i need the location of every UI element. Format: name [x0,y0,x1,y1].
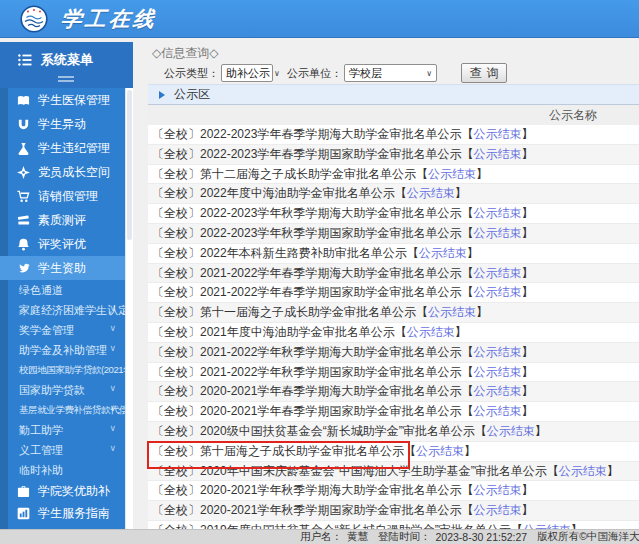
sidebar-item-awards[interactable]: 评奖评优 [0,232,126,256]
announcement-result-link[interactable]: 公示结束 [473,384,521,398]
announcement-title: 〔全校〕2021-2022学年春季学期海大助学金审批名单公示 [152,266,461,280]
announcement-result-link[interactable]: 公示结束 [473,206,521,220]
cart-icon [17,190,30,203]
announcement-result-link[interactable]: 公示结束 [473,345,521,359]
list-item[interactable]: 〔全校〕2021-2022学年秋季学期国家助学金审批名单公示【公示结束】 [148,363,639,383]
sidebar-item-leave-management[interactable]: 请销假管理 [0,184,126,208]
announcement-unit-select[interactable]: 学校层 ∨ [344,64,437,82]
announcement-title: 〔全校〕2022年度中海油助学金审批名单公示 [152,186,395,200]
sidebar-subitem-grassroots-loan-repay[interactable]: 基层就业学费补偿贷款代偿 ∨ [0,400,126,420]
announcement-result-link[interactable]: 公示结束 [473,147,521,161]
list-item[interactable]: 〔全校〕2020年中国宋庆龄基金会“中国海油大学生助学基金”审批名单公示【公示结… [148,462,639,482]
sidebar-item-college-awards[interactable]: 学院奖优助补 [0,480,126,502]
section-title: 公示区 [174,86,210,103]
briefcase-icon [17,485,30,498]
filter-bar: 公示类型： 助补公示 ∨ 公示单位： 学校层 ∨ 查询 [164,63,507,83]
sidebar-item-label: 学生服务指南 [38,505,110,522]
announcement-title: 〔全校〕2022年本科新生路费补助审批名单公示 [152,246,407,260]
username-label: 用户名： [300,530,342,544]
sidebar-subitem-work-study[interactable]: 勤工助学 ∨ [0,420,126,440]
sidebar-subitem-volunteer[interactable]: 义工管理 ∨ [0,440,126,460]
mini-menu-dashes-icon [58,76,74,82]
announcement-section-bar[interactable]: 公示区 [148,84,639,105]
sidebar-subitem-grant-subsidy[interactable]: 助学金及补助管理 ∨ [0,340,126,360]
announcement-result-link[interactable]: 公示结束 [407,325,455,339]
list-item[interactable]: 〔全校〕2022年本科新生路费补助审批名单公示【公示结束】 [148,244,639,264]
list-item[interactable]: 〔全校〕2020-2021学年春季学期海大助学金审批名单公示【公示结束】 [148,382,639,402]
announcement-result-link[interactable]: 公示结束 [473,404,521,418]
announcement-result-link[interactable]: 公示结束 [473,127,521,141]
announcement-result-link[interactable]: 公示结束 [473,266,521,280]
announcement-result-link[interactable]: 公示结束 [559,464,607,478]
sidebar-menu-header[interactable]: 系统菜单 [0,42,133,88]
announcement-result-link[interactable]: 公示结束 [428,305,476,319]
sidebar-scrollbar[interactable] [125,88,133,529]
chevron-down-icon: ∨ [110,403,116,413]
list-item[interactable]: 〔全校〕2022-2023学年秋季学期国家助学金审批名单公示【公示结束】 [148,224,639,244]
list-item[interactable]: 〔全校〕2021-2022学年秋季学期海大助学金审批名单公示【公示结束】 [148,343,639,363]
announcement-result-link[interactable]: 公示结束 [473,226,521,240]
list-item[interactable]: 〔全校〕第十二届海之子成长助学金审批名单公示【公示结束】 [148,165,639,185]
list-item[interactable]: 〔全校〕2020级中国扶贫基金会“新长城助学金”审批名单公示【公示结束】 [148,422,639,442]
sidebar-item-label: 评奖评优 [38,236,86,253]
list-item[interactable]: 〔全校〕2021-2022学年春季学期海大助学金审批名单公示【公示结束】 [148,264,639,284]
books-icon [17,214,30,227]
announcement-result-link[interactable]: 公示结束 [473,285,521,299]
list-item[interactable]: 〔全校〕2020-2021学年秋季学期海大助学金审批名单公示【公示结束】 [148,481,639,501]
sidebar-menu-title: 系统菜单 [41,51,93,69]
app-brand-title: 学工在线 [60,5,159,33]
announcement-result-link[interactable]: 公示结束 [428,167,476,181]
sidebar-subitem-green-channel[interactable]: 绿色通道 [0,280,126,300]
list-item[interactable]: 〔全校〕第十一届海之子成长助学金审批名单公示【公示结束】 [148,303,639,323]
sidebar-scrollbar-thumb[interactable] [127,90,132,240]
announcement-result-link[interactable]: 公示结束 [473,503,521,517]
list-item[interactable]: 〔全校〕2020-2021学年春季学期国家助学金审批名单公示【公示结束】 [148,402,639,422]
expand-triangle-icon [159,91,165,99]
sidebar-item-label: 党员成长空间 [38,164,110,181]
chevron-down-icon: ∨ [109,423,116,433]
announcement-list: 〔全校〕2022-2023学年春季学期海大助学金审批名单公示【公示结束】 〔全校… [148,125,639,529]
list-item[interactable]: 〔全校〕2019年度中国扶贫基金会“新长城自强助学金”审批名单公示【公示结束】 [148,521,639,529]
sidebar-subitem-label: 临时补助 [19,463,63,478]
list-item[interactable]: 〔全校〕2021-2022学年春季学期国家助学金审批名单公示【公示结束】 [148,283,639,303]
list-item[interactable]: 〔全校〕2020-2021学年秋季学期国家助学金审批名单公示【公示结束】 [148,501,639,521]
list-item[interactable]: 〔全校〕2022-2023学年春季学期国家助学金审批名单公示【公示结束】 [148,145,639,165]
sidebar-subitem-scholarship[interactable]: 奖学金管理 ∨ [0,320,126,340]
sidebar-item-discipline[interactable]: 学生违纪管理 [0,136,126,160]
chevron-down-icon: ∨ [109,343,116,353]
sidebar: 系统菜单 学生医保管理 学生异动 学生违纪管理 党员成长空间 [0,42,133,529]
list-item[interactable]: 〔全校〕2022年度中海油助学金审批名单公示【公示结束】 [148,184,639,204]
list-item[interactable]: 〔全校〕2021年度中海油助学金审批名单公示【公示结束】 [148,323,639,343]
announcement-result-link[interactable]: 公示结束 [407,186,455,200]
announcement-result-link[interactable]: 公示结束 [473,365,521,379]
list-item-highlighted[interactable]: 〔全校〕第十届海之子成长助学金审批名单公示【公示结束】 [148,442,639,462]
announcement-title: 〔全校〕2022-2023学年秋季学期海大助学金审批名单公示 [152,206,461,220]
announcement-title: 〔全校〕2022-2023学年春季学期国家助学金审批名单公示 [152,147,461,161]
announcement-type-label: 公示类型： [164,66,219,81]
sidebar-item-label: 学生异动 [38,116,86,133]
sidebar-item-party-growth[interactable]: 党员成长空间 [0,160,126,184]
announcement-result-link[interactable]: 公示结束 [419,246,467,260]
announcement-type-select[interactable]: 助补公示 ∨ [221,64,273,82]
sidebar-item-quality-assessment[interactable]: 素质测评 [0,208,126,232]
sidebar-subitem-national-loan[interactable]: 国家助学贷款 ∨ [0,380,126,400]
query-button[interactable]: 查询 [461,63,507,83]
list-item[interactable]: 〔全校〕2022-2023学年春季学期海大助学金审批名单公示【公示结束】 [148,125,639,145]
announcement-title: 〔全校〕2021年度中海油助学金审批名单公示 [152,325,395,339]
announcement-title: 〔全校〕2020-2021学年春季学期国家助学金审批名单公示 [152,404,461,418]
announcement-result-link[interactable]: 公示结束 [473,483,521,497]
announcement-title: 〔全校〕2021-2022学年春季学期国家助学金审批名单公示 [152,285,461,299]
sidebar-item-medical-insurance[interactable]: 学生医保管理 [0,88,126,112]
sidebar-subitem-label: 国家助学贷款 [19,383,85,398]
sidebar-subitem-campus-loan[interactable]: 校园地国家助学贷款(2021年前) [0,360,126,380]
sidebar-subitem-poverty-identification[interactable]: 家庭经济困难学生认定 ∨ [0,300,126,320]
sidebar-item-student-change[interactable]: 学生异动 [0,112,126,136]
list-item[interactable]: 〔全校〕2022-2023学年秋季学期海大助学金审批名单公示【公示结束】 [148,204,639,224]
sidebar-item-service-guide[interactable]: 学生服务指南 [0,502,126,524]
announcement-result-link[interactable]: 公示结束 [416,444,464,458]
announcement-type-value: 助补公示 [226,66,270,81]
sidebar-item-student-aid[interactable]: 学生资助 [0,256,126,280]
university-emblem-icon [20,5,48,33]
sidebar-subitem-temporary-subsidy[interactable]: 临时补助 [0,460,126,480]
announcement-result-link[interactable]: 公示结束 [487,424,535,438]
